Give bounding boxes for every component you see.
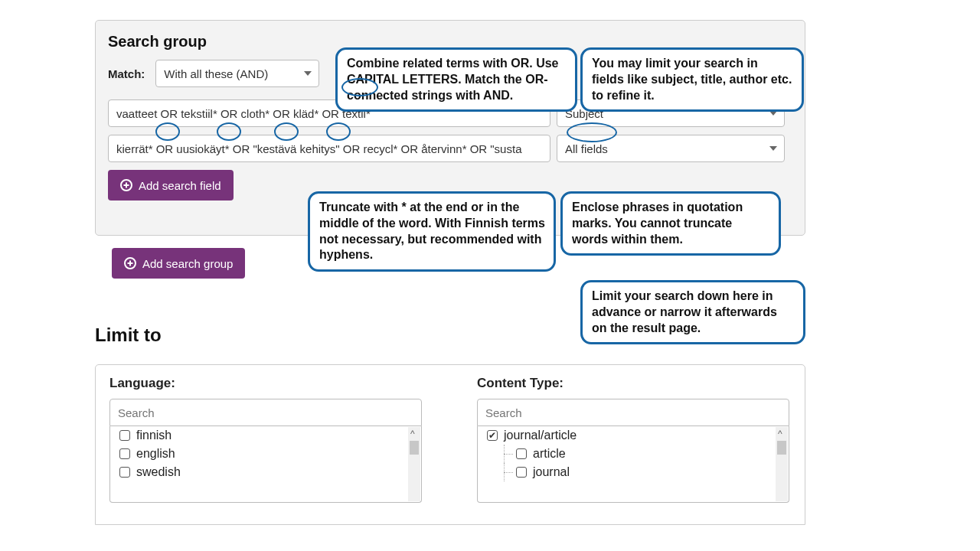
field-select-2[interactable]: All fields [557, 135, 785, 162]
callout-limit-below: Limit your search down here in advance o… [580, 280, 805, 344]
language-option: english [136, 447, 175, 461]
add-search-field-label: Add search field [139, 179, 221, 192]
scroll-thumb[interactable] [777, 441, 786, 455]
list-item[interactable]: article [478, 445, 789, 463]
language-search-input[interactable] [109, 399, 422, 426]
list-item[interactable]: ✔ journal/article [478, 426, 789, 445]
checkbox-checked-icon[interactable]: ✔ [487, 430, 498, 441]
plus-circle-icon [124, 257, 136, 269]
language-option: finnish [136, 429, 172, 442]
content-type-option: article [533, 447, 566, 461]
checkbox-icon[interactable] [119, 448, 130, 459]
scroll-up-icon[interactable]: ^ [410, 429, 415, 439]
search-row-2: All fields [108, 135, 792, 162]
list-item[interactable]: finnish [110, 426, 421, 445]
checkbox-icon[interactable] [119, 467, 130, 478]
language-listbox[interactable]: finnish english swedish ^ [109, 426, 422, 503]
content-type-label: Content Type: [477, 376, 789, 391]
scrollbar[interactable]: ^ [776, 427, 788, 501]
scrollbar[interactable]: ^ [408, 427, 420, 501]
query-input-2[interactable] [108, 135, 550, 162]
callout-phrases: Enclose phrases in quotation marks. You … [560, 191, 781, 256]
content-type-option: journal [533, 465, 570, 479]
list-item[interactable]: journal [478, 463, 789, 481]
add-search-field-button[interactable]: Add search field [108, 170, 234, 201]
list-item[interactable]: english [110, 445, 421, 463]
callout-combine-or: Combine related terms with OR. Use CAPIT… [335, 47, 577, 112]
limit-to-heading: Limit to [95, 324, 162, 346]
content-type-column: Content Type: ✔ journal/article article … [477, 376, 789, 503]
plus-circle-icon [120, 179, 132, 191]
language-label: Language: [109, 376, 422, 391]
language-column: Language: finnish english swedish ^ [109, 376, 422, 503]
add-search-group-button[interactable]: Add search group [112, 248, 245, 279]
callout-truncate: Truncate with * at the end or in the mid… [308, 191, 556, 272]
match-select[interactable]: With all these (AND) [155, 60, 319, 87]
checkbox-icon[interactable] [516, 467, 527, 478]
limit-panel: Language: finnish english swedish ^ [95, 364, 805, 525]
callout-limit-fields: You may limit your search in fields like… [580, 47, 804, 112]
content-type-search-input[interactable] [477, 399, 789, 426]
language-option: swedish [136, 465, 181, 479]
match-label: Match: [108, 67, 145, 80]
content-type-option: journal/article [504, 429, 577, 442]
checkbox-icon[interactable] [516, 448, 527, 459]
list-item[interactable]: swedish [110, 463, 421, 481]
checkbox-icon[interactable] [119, 430, 130, 441]
content-type-listbox[interactable]: ✔ journal/article article journal ^ [477, 426, 789, 503]
add-search-group-label: Add search group [142, 257, 233, 270]
scroll-up-icon[interactable]: ^ [778, 429, 782, 439]
scroll-thumb[interactable] [410, 441, 419, 455]
